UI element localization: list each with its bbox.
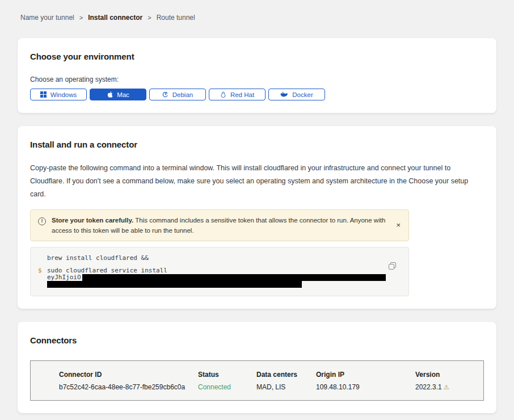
table-row: b7c52c42-6caa-48ee-8c77-fbe259cb6c0a Con… [59,383,478,392]
os-select-label: Choose an operating system: [30,75,484,83]
breadcrumb-step-name-tunnel[interactable]: Name your tunnel [20,14,74,22]
alert-circle-icon: ! [38,217,46,225]
docker-whale-icon [280,91,288,98]
copy-command-button[interactable] [389,262,396,270]
breadcrumb: Name your tunnel > Install connector > R… [20,14,496,22]
origin-ip-value: 109.48.10.179 [316,383,415,392]
code-line-4 [38,281,386,288]
os-button-label: Debian [172,91,193,98]
os-button-docker[interactable]: Docker [268,89,325,100]
page: Name your tunnel > Install connector > R… [0,0,514,420]
choose-environment-card: Choose your environment Choose an operat… [18,38,496,113]
breadcrumb-separator: > [79,14,83,21]
col-header-status: Status [198,370,256,379]
version-warning-icon: ⚠ [444,384,449,390]
install-connector-card: Install and run a connector Copy-paste t… [18,126,496,309]
install-description: Copy-paste the following command into a … [30,162,484,201]
os-button-label: Windows [50,91,77,98]
status-badge: Connected [198,383,256,392]
install-command-codeblock: brew install cloudflared && $ sudo cloud… [30,247,409,296]
data-centers-value: MAD, LIS [256,383,316,392]
alert-close-button[interactable]: × [395,221,402,229]
version-number: 2022.3.1 [415,383,442,391]
card-title: Choose your environment [30,52,484,61]
apple-icon [107,91,113,98]
connectors-card: Connectors Connector ID Status Data cent… [18,322,496,413]
connectors-table: Connector ID Status Data centers Origin … [30,360,484,401]
windows-icon [40,91,47,98]
code-line-2: $ sudo cloudflared service install [38,267,386,274]
os-button-label: Docker [292,91,313,98]
code-line-1: brew install cloudflared && [38,255,386,262]
code-line-3: eyJhIjoiO [38,274,386,281]
token-redaction-bar [82,274,386,281]
alert-title: Store your token carefully. [52,217,133,224]
col-header-connector-id: Connector ID [59,370,198,379]
col-header-data-centers: Data centers [256,370,316,379]
version-value: 2022.3.1 ⚠ [415,383,478,392]
linux-penguin-icon [220,91,226,98]
table-header-row: Connector ID Status Data centers Origin … [59,370,478,379]
breadcrumb-separator: > [148,14,151,21]
os-button-label: Red Hat [230,91,254,98]
alert-text: Store your token carefully. This command… [52,215,389,236]
os-button-label: Mac [117,91,129,98]
os-button-debian[interactable]: Debian [149,89,206,100]
os-button-redhat[interactable]: Red Hat [209,89,266,100]
connector-id-value: b7c52c42-6caa-48ee-8c77-fbe259cb6c0a [59,383,198,392]
shell-prompt: $ [38,267,47,274]
col-header-version: Version [415,370,478,379]
token-warning-banner: ! Store your token carefully. This comma… [30,209,409,241]
token-prefix: eyJhIjoiO [47,274,81,281]
card-title: Install and run a connector [30,140,484,149]
card-title: Connectors [30,335,484,345]
debian-icon [162,91,168,98]
os-button-mac[interactable]: Mac [90,89,146,100]
breadcrumb-step-route-tunnel[interactable]: Route tunnel [157,14,195,22]
os-button-windows[interactable]: Windows [30,89,87,100]
os-button-group: Windows Mac Debian [30,89,484,100]
breadcrumb-step-install-connector[interactable]: Install connector [88,14,142,22]
token-redaction-bar [47,281,302,288]
copy-icon [389,262,396,270]
col-header-origin-ip: Origin IP [316,370,415,379]
code-text: brew install cloudflared && [47,255,149,262]
